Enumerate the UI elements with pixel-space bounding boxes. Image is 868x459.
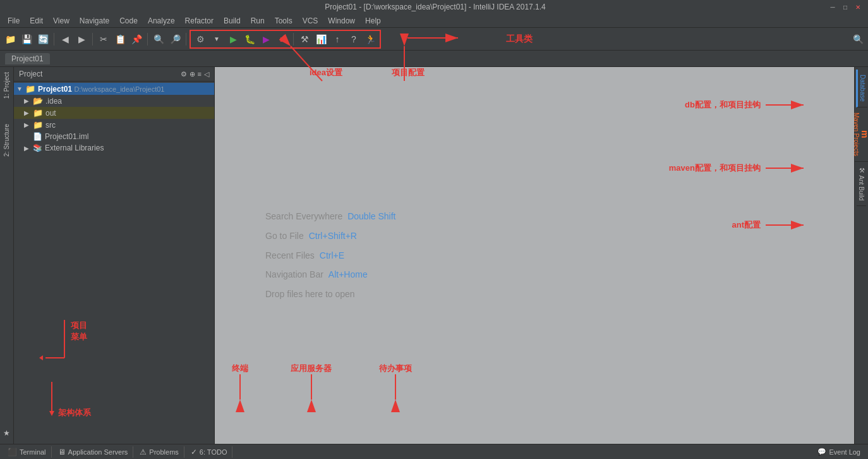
toolbar-sync-btn[interactable]: 🔄 bbox=[35, 32, 51, 47]
window-controls[interactable]: ─ □ ✕ bbox=[828, 2, 863, 12]
left-tab-project[interactable]: 1: Project bbox=[2, 70, 11, 101]
tree-item-idea[interactable]: ▶ 📂 .idea bbox=[14, 95, 214, 107]
toolbar-stop-btn[interactable]: ■ bbox=[275, 32, 290, 47]
panel-title: Project bbox=[19, 70, 42, 78]
file-icon-iml: 📄 bbox=[33, 132, 42, 141]
toolbar-paste-btn[interactable]: 📌 bbox=[129, 32, 144, 47]
close-button[interactable]: ✕ bbox=[853, 2, 863, 12]
annotation-arch-label: 架构体系 bbox=[58, 407, 91, 419]
menu-tools[interactable]: Tools bbox=[270, 15, 298, 27]
menu-code[interactable]: Code bbox=[114, 15, 143, 27]
menu-bar: File Edit View Navigate Code Analyze Ref… bbox=[0, 14, 868, 28]
event-log-label: Event Log bbox=[829, 448, 860, 456]
libs-icon: 📚 bbox=[33, 144, 42, 152]
left-tab-structure[interactable]: 2: Structure bbox=[2, 121, 11, 159]
tree-item-src[interactable]: ▶ 📁 src bbox=[14, 119, 214, 131]
menu-window[interactable]: Window bbox=[323, 15, 360, 27]
toolbar-coverage-btn[interactable]: ▶ bbox=[258, 32, 274, 47]
minimize-button[interactable]: ─ bbox=[828, 2, 838, 12]
panel-icon-collapse[interactable]: ◁ bbox=[204, 70, 209, 78]
window-title: Project01 - [D:\workspace_idea\Project01… bbox=[43, 3, 828, 11]
bottom-tab-problems[interactable]: ⚠ Problems bbox=[135, 446, 184, 458]
app-servers-icon: 🖥 bbox=[58, 448, 66, 456]
tree-item-iml[interactable]: ▶ 📄 Project01.iml bbox=[14, 131, 214, 142]
annotation-maven-config: maven配置，和项目挂钩 bbox=[669, 162, 761, 174]
panel-icon-plus[interactable]: ⊕ bbox=[190, 70, 195, 78]
annotation-ant-config-area: ant配置 bbox=[732, 219, 817, 231]
annotation-idea-settings-area: idea设置 bbox=[310, 67, 342, 121]
tree-item-ext-libs[interactable]: ▶ 📚 External Libraries bbox=[14, 142, 214, 154]
toolbar-copy-btn[interactable]: 📋 bbox=[112, 32, 128, 47]
toolbar-help-btn[interactable]: ? bbox=[346, 32, 361, 47]
terminal-label: Terminal bbox=[20, 448, 46, 456]
toolbar-annotation: 工具类 bbox=[506, 34, 533, 45]
tree-label-ext-libs: External Libraries bbox=[45, 144, 104, 152]
tree-item-out[interactable]: ▶ 📁 out bbox=[14, 107, 214, 119]
toolbar-structure-btn[interactable]: 📊 bbox=[313, 32, 329, 47]
toolbar-search-btn[interactable]: 🔍 bbox=[151, 32, 166, 47]
menu-help[interactable]: Help bbox=[360, 15, 386, 27]
project-tab-item[interactable]: Project01 bbox=[5, 53, 50, 64]
toolbar-highlighted-group: ⚙ ▼ ▶ 🐛 ▶ ■ ⚒ 📊 ↑ ? 🏃 bbox=[190, 30, 381, 49]
recent-files-shortcut: Ctrl+E bbox=[320, 246, 344, 266]
welcome-navigation-bar: Navigation Bar Alt+Home bbox=[265, 265, 368, 285]
problems-icon: ⚠ bbox=[140, 448, 147, 456]
menu-navigate[interactable]: Navigate bbox=[75, 15, 114, 27]
menu-file[interactable]: File bbox=[3, 15, 25, 27]
maximize-button[interactable]: □ bbox=[840, 2, 850, 12]
tree-root[interactable]: ▼ 📁 Project01 D:\workspace_idea\Project0… bbox=[14, 83, 214, 95]
menu-view[interactable]: View bbox=[48, 15, 75, 27]
bottom-tab-todo[interactable]: ✓ 6: TODO bbox=[186, 446, 233, 458]
toolbar-search-everywhere-btn[interactable]: 🔍 bbox=[850, 32, 865, 47]
bottom-tab-terminal[interactable]: ⬛ Terminal bbox=[3, 446, 52, 458]
drop-files-label: Drop files here to open bbox=[265, 285, 355, 304]
right-tab-database[interactable]: Database bbox=[856, 70, 867, 107]
svg-marker-4 bbox=[39, 355, 43, 360]
toolbar-debug-btn[interactable]: 🐛 bbox=[242, 32, 257, 47]
annotation-todo-area: 待办事项 bbox=[379, 363, 412, 406]
right-sidebar: Database mMaven Projects ⚒ Ant Build bbox=[854, 67, 868, 444]
welcome-drop-files: Drop files here to open bbox=[265, 285, 355, 304]
tree-label-out: out bbox=[45, 109, 56, 118]
toolbar-sep-4 bbox=[186, 33, 186, 46]
toolbar-ant-btn[interactable]: ⚒ bbox=[297, 32, 312, 47]
toolbar-open-btn[interactable]: 📁 bbox=[3, 32, 18, 47]
bottom-tab-app-servers[interactable]: 🖥 Application Servers bbox=[53, 446, 134, 458]
panel-icon-settings[interactable]: ≡ bbox=[198, 70, 202, 78]
toolbar-vcs-btn[interactable]: ↑ bbox=[330, 32, 345, 47]
welcome-recent-files: Recent Files Ctrl+E bbox=[265, 246, 344, 266]
left-strip-favorites-icon[interactable]: ★ bbox=[2, 427, 11, 439]
welcome-search-everywhere: Search Everywhere Double Shift bbox=[265, 207, 395, 226]
tree-arrow-out: ▶ bbox=[24, 109, 30, 116]
tree-label-idea: .idea bbox=[45, 97, 62, 106]
todo-icon: ✓ bbox=[191, 448, 197, 456]
toolbar-run-configs-btn[interactable]: ⚙ bbox=[193, 32, 208, 47]
tree-label-iml: Project01.iml bbox=[45, 132, 88, 141]
toolbar-replace-btn[interactable]: 🔎 bbox=[167, 32, 183, 47]
tree-root-label: Project01 D:\workspace_idea\Project01 bbox=[38, 85, 164, 94]
toolbar-cut-btn[interactable]: ✂ bbox=[96, 32, 111, 47]
toolbar-save-btn[interactable]: 💾 bbox=[19, 32, 34, 47]
menu-build[interactable]: Build bbox=[219, 15, 246, 27]
annotation-maven-config-area: maven配置，和项目挂钩 bbox=[669, 162, 816, 174]
panel-icon-gear[interactable]: ⚙ bbox=[181, 70, 187, 78]
toolbar-extra-btn[interactable]: 🏃 bbox=[363, 32, 378, 47]
toolbar-run-btn[interactable]: ▶ bbox=[226, 32, 241, 47]
title-bar: Project01 - [D:\workspace_idea\Project01… bbox=[0, 0, 868, 14]
right-tab-ant[interactable]: ⚒ Ant Build bbox=[857, 162, 866, 206]
menu-analyze[interactable]: Analyze bbox=[143, 15, 180, 27]
toolbar-run-dropdown-btn[interactable]: ▼ bbox=[209, 32, 224, 47]
todo-label: 6: TODO bbox=[200, 448, 227, 456]
menu-edit[interactable]: Edit bbox=[25, 15, 48, 27]
project-panel: Project ⚙ ⊕ ≡ ◁ ▼ 📁 Project01 D:\workspa… bbox=[14, 67, 215, 444]
menu-vcs[interactable]: VCS bbox=[298, 15, 323, 27]
menu-refactor[interactable]: Refactor bbox=[180, 15, 219, 27]
toolbar-forward-btn[interactable]: ▶ bbox=[74, 32, 89, 47]
annotation-db-config-area: db配置，和项目挂钩 bbox=[685, 99, 816, 111]
toolbar-back-btn[interactable]: ◀ bbox=[57, 32, 73, 47]
toolbar-sep-5 bbox=[293, 33, 294, 46]
event-log-icon: 💬 bbox=[817, 448, 826, 456]
bottom-bar: ⬛ Terminal 🖥 Application Servers ⚠ Probl… bbox=[0, 444, 868, 459]
menu-run[interactable]: Run bbox=[246, 15, 270, 27]
tree-arrow-root: ▼ bbox=[16, 85, 23, 92]
